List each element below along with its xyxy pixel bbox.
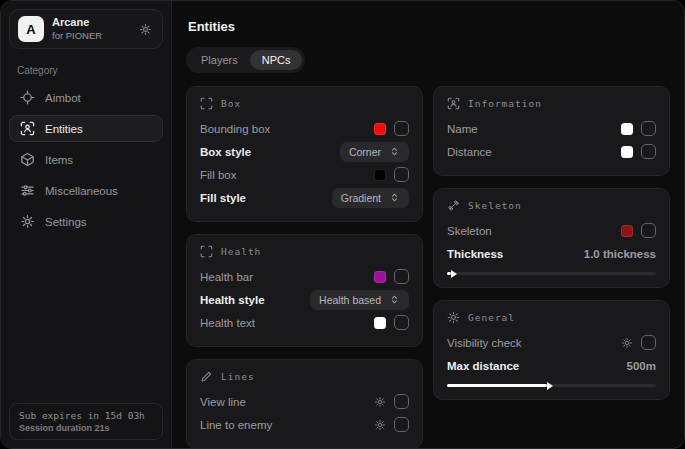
brackets-icon <box>200 97 213 110</box>
color-swatch[interactable] <box>621 225 633 237</box>
sidebar-item-label: Miscellaneous <box>45 185 118 197</box>
setting-label: Thickness <box>447 248 503 260</box>
color-swatch[interactable] <box>621 123 633 135</box>
setting-label: Max distance <box>447 360 519 372</box>
row-controls <box>374 417 409 432</box>
package-icon <box>20 152 35 167</box>
card-header: General <box>447 311 656 324</box>
setting-row-health-style: Health style Health based <box>200 288 409 311</box>
app-meta: Arcane for PIONER <box>52 16 129 42</box>
row-controls <box>621 335 656 350</box>
dropdown-value: Corner <box>349 146 381 158</box>
tab-players[interactable]: Players <box>189 50 250 70</box>
checkbox[interactable] <box>641 335 656 350</box>
color-swatch[interactable] <box>374 271 386 283</box>
fill-style-dropdown[interactable]: Gradient <box>332 188 409 208</box>
sidebar-item-entities[interactable]: Entities <box>9 115 163 142</box>
mixer-icon <box>20 183 35 198</box>
setting-label: Fill box <box>200 169 236 181</box>
pencil-icon <box>200 370 213 383</box>
crosshair-icon <box>20 90 35 105</box>
color-swatch[interactable] <box>621 146 633 158</box>
option-settings-button[interactable] <box>374 396 386 408</box>
gear-icon <box>374 419 386 431</box>
checkbox[interactable] <box>394 394 409 409</box>
setting-row-max-distance: Max distance 500m <box>447 354 656 377</box>
settings-columns: Box Bounding box Box style Corner <box>186 86 670 449</box>
dropdown-value: Health based <box>319 294 381 306</box>
row-controls <box>374 269 409 284</box>
card-header: Health <box>200 245 409 258</box>
setting-row-health-bar: Health bar <box>200 265 409 288</box>
header-settings-button[interactable] <box>137 21 154 38</box>
color-swatch[interactable] <box>374 169 386 181</box>
row-controls <box>374 121 409 136</box>
sub-expiry-text: Sub expires in 15d 03h <box>19 410 153 421</box>
color-swatch[interactable] <box>374 317 386 329</box>
slider-fill <box>447 272 451 275</box>
checkbox[interactable] <box>394 121 409 136</box>
skeleton-card: Skeleton Skeleton Thickness 1.0 thicknes… <box>433 188 670 288</box>
app-name: Arcane <box>52 16 129 30</box>
app-header-card: A Arcane for PIONER <box>9 9 163 49</box>
checkbox[interactable] <box>394 315 409 330</box>
app-logo: A <box>18 16 44 42</box>
max-distance-slider[interactable] <box>447 384 656 387</box>
setting-label: Bounding box <box>200 123 270 135</box>
setting-row-distance: Distance <box>447 140 656 163</box>
sidebar-item-settings[interactable]: Settings <box>9 208 163 235</box>
sidebar-item-items[interactable]: Items <box>9 146 163 173</box>
setting-row-name: Name <box>447 117 656 140</box>
box-style-dropdown[interactable]: Corner <box>340 142 409 162</box>
setting-row-health-text: Health text <box>200 311 409 334</box>
thickness-slider[interactable] <box>447 272 656 275</box>
checkbox[interactable] <box>641 223 656 238</box>
health-card: Health Health bar Health style Health ba… <box>186 234 423 347</box>
health-style-dropdown[interactable]: Health based <box>310 290 409 310</box>
option-settings-button[interactable] <box>621 337 633 349</box>
setting-row-line-to-enemy: Line to enemy <box>200 413 409 436</box>
setting-label: Box style <box>200 146 251 158</box>
card-title: Lines <box>221 371 255 382</box>
brackets-icon <box>200 245 213 258</box>
card-header: Box <box>200 97 409 110</box>
app-subtitle: for PIONER <box>52 30 129 42</box>
row-controls <box>374 167 409 182</box>
sidebar-item-label: Aimbot <box>45 92 81 104</box>
checkbox[interactable] <box>394 167 409 182</box>
checkbox[interactable] <box>641 144 656 159</box>
row-controls <box>621 121 656 136</box>
gear-icon <box>374 396 386 408</box>
card-header: Lines <box>200 370 409 383</box>
dropdown-value: Gradient <box>341 192 381 204</box>
tab-npcs[interactable]: NPCs <box>250 50 303 70</box>
gear-icon <box>20 214 35 229</box>
subscription-info-card: Sub expires in 15d 03h Session duration … <box>9 403 163 440</box>
setting-row-bounding-box: Bounding box <box>200 117 409 140</box>
setting-row-view-line: View line <box>200 390 409 413</box>
checkbox[interactable] <box>641 121 656 136</box>
setting-label: Visibility check <box>447 337 522 349</box>
setting-row-skeleton: Skeleton <box>447 219 656 242</box>
checkbox[interactable] <box>394 417 409 432</box>
card-title: General <box>468 312 515 323</box>
sidebar-item-aimbot[interactable]: Aimbot <box>9 84 163 111</box>
sidebar-item-label: Entities <box>45 123 83 135</box>
row-controls <box>621 144 656 159</box>
page-title: Entities <box>188 19 670 34</box>
checkbox[interactable] <box>394 269 409 284</box>
gear-icon <box>139 23 152 36</box>
entity-type-tabs: Players NPCs <box>186 47 305 73</box>
gear-icon <box>621 337 633 349</box>
sidebar: A Arcane for PIONER Category Aimbot Enti… <box>1 1 172 448</box>
card-title: Information <box>468 98 542 109</box>
option-settings-button[interactable] <box>374 419 386 431</box>
setting-label: Health bar <box>200 271 253 283</box>
setting-label: Fill style <box>200 192 246 204</box>
sidebar-item-miscellaneous[interactable]: Miscellaneous <box>9 177 163 204</box>
row-controls <box>374 394 409 409</box>
sidebar-item-label: Items <box>45 154 73 166</box>
color-swatch[interactable] <box>374 123 386 135</box>
setting-row-visibility-check: Visibility check <box>447 331 656 354</box>
person-scan-icon <box>20 121 35 136</box>
